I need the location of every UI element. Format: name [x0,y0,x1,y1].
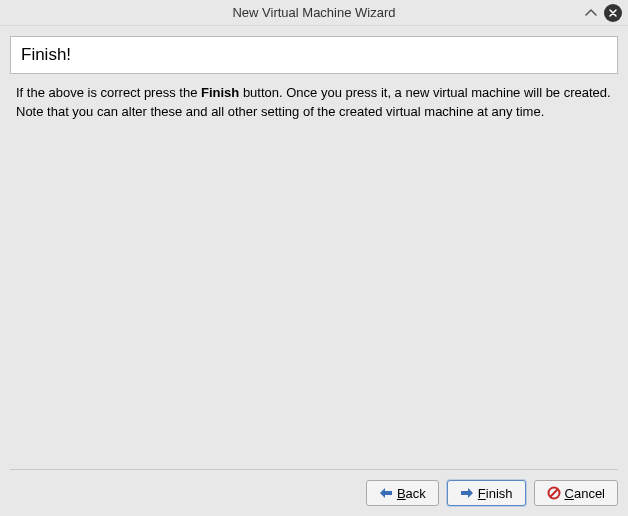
body-line2: Note that you can alter these and all ot… [16,103,612,122]
cancel-button[interactable]: Cancel [534,480,618,506]
body-line1-pre: If the above is correct press the [16,85,201,100]
svg-rect-1 [461,491,469,495]
svg-line-3 [550,489,557,496]
titlebar-controls [584,4,622,22]
footer: Back Finish Cancel [10,469,618,506]
wizard-content: Finish! If the above is correct press th… [0,26,628,122]
heading-box: Finish! [10,36,618,74]
finish-button-label: Finish [478,486,513,501]
window-title: New Virtual Machine Wizard [232,5,395,20]
finish-button[interactable]: Finish [447,480,526,506]
minimize-button[interactable] [584,6,598,20]
button-row: Back Finish Cancel [10,480,618,506]
svg-rect-0 [384,491,392,495]
back-button[interactable]: Back [366,480,439,506]
footer-separator [10,469,618,470]
titlebar: New Virtual Machine Wizard [0,0,628,26]
back-button-label: Back [397,486,426,501]
body-line1-post: button. Once you press it, a new virtual… [239,85,610,100]
body-text: If the above is correct press the Finish… [10,84,618,122]
body-line1-bold: Finish [201,85,239,100]
cancel-button-label: Cancel [565,486,605,501]
arrow-left-icon [379,487,393,499]
close-button[interactable] [604,4,622,22]
arrow-right-icon [460,487,474,499]
cancel-icon [547,486,561,500]
page-heading: Finish! [21,45,71,64]
